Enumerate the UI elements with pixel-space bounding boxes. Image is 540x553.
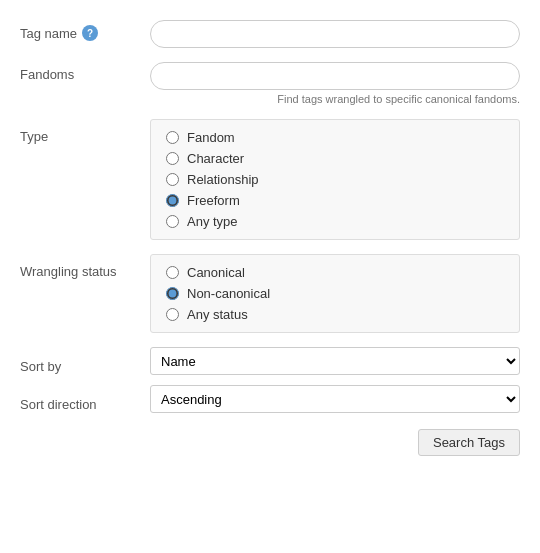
type-options-area: Fandom Character Relationship Freeform A xyxy=(150,119,520,240)
search-tags-button[interactable]: Search Tags xyxy=(418,429,520,456)
type-option-fandom: Fandom xyxy=(166,130,504,145)
type-label-fandom[interactable]: Fandom xyxy=(187,130,235,145)
type-radio-relationship[interactable] xyxy=(166,173,179,186)
status-option-any-status: Any status xyxy=(166,307,504,322)
type-radio-fandom[interactable] xyxy=(166,131,179,144)
type-option-relationship: Relationship xyxy=(166,172,504,187)
sort-by-select-area: Name Created Updated Uses xyxy=(150,347,520,375)
sort-by-row: Sort by Name Created Updated Uses xyxy=(20,347,520,375)
type-radio-character[interactable] xyxy=(166,152,179,165)
type-radio-box: Fandom Character Relationship Freeform A xyxy=(150,119,520,240)
type-label-relationship[interactable]: Relationship xyxy=(187,172,259,187)
tag-name-row: Tag name ? xyxy=(20,20,520,48)
type-row: Type Fandom Character Relationship Fr xyxy=(20,119,520,240)
sort-direction-label: Sort direction xyxy=(20,387,150,412)
wrangling-options-area: Canonical Non-canonical Any status xyxy=(150,254,520,333)
status-label-non-canonical[interactable]: Non-canonical xyxy=(187,286,270,301)
status-radio-non-canonical[interactable] xyxy=(166,287,179,300)
status-radio-any-status[interactable] xyxy=(166,308,179,321)
type-option-any-type: Any type xyxy=(166,214,504,229)
status-radio-canonical[interactable] xyxy=(166,266,179,279)
type-label-character[interactable]: Character xyxy=(187,151,244,166)
type-radio-any-type[interactable] xyxy=(166,215,179,228)
fandoms-label-text: Fandoms xyxy=(20,67,74,82)
wrangling-status-row: Wrangling status Canonical Non-canonical… xyxy=(20,254,520,333)
tag-name-label-text: Tag name xyxy=(20,26,77,41)
status-option-canonical: Canonical xyxy=(166,265,504,280)
wrangling-status-label: Wrangling status xyxy=(20,254,150,279)
tag-name-input-area xyxy=(150,20,520,48)
sort-direction-row: Sort direction Ascending Descending xyxy=(20,385,520,413)
search-form: Tag name ? Fandoms Find tags wrangled to… xyxy=(0,0,540,553)
sort-by-label: Sort by xyxy=(20,349,150,374)
type-label: Type xyxy=(20,119,150,144)
status-label-any-status[interactable]: Any status xyxy=(187,307,248,322)
sort-by-select[interactable]: Name Created Updated Uses xyxy=(150,347,520,375)
status-option-non-canonical: Non-canonical xyxy=(166,286,504,301)
button-row: Search Tags xyxy=(20,429,520,456)
sort-direction-select-area: Ascending Descending xyxy=(150,385,520,413)
fandoms-input[interactable] xyxy=(150,62,520,90)
type-option-character: Character xyxy=(166,151,504,166)
type-label-any-type[interactable]: Any type xyxy=(187,214,238,229)
status-label-canonical[interactable]: Canonical xyxy=(187,265,245,280)
wrangling-radio-box: Canonical Non-canonical Any status xyxy=(150,254,520,333)
fandoms-hint: Find tags wrangled to specific canonical… xyxy=(150,93,520,105)
sort-direction-select[interactable]: Ascending Descending xyxy=(150,385,520,413)
fandoms-input-area: Find tags wrangled to specific canonical… xyxy=(150,62,520,105)
help-icon[interactable]: ? xyxy=(82,25,98,41)
type-label-freeform[interactable]: Freeform xyxy=(187,193,240,208)
type-radio-freeform[interactable] xyxy=(166,194,179,207)
fandoms-label: Fandoms xyxy=(20,62,150,82)
tag-name-input[interactable] xyxy=(150,20,520,48)
tag-name-label: Tag name ? xyxy=(20,20,150,41)
type-option-freeform: Freeform xyxy=(166,193,504,208)
fandoms-row: Fandoms Find tags wrangled to specific c… xyxy=(20,62,520,105)
